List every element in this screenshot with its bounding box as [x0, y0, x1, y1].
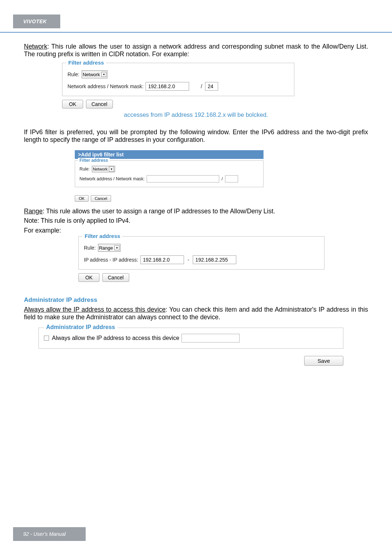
always-allow-label: Always allow the IP address to access th… [52, 335, 179, 341]
rule-label: Rule: [68, 71, 79, 77]
ok-button-1[interactable]: OK [62, 100, 83, 108]
range-for-example: For example: [24, 227, 368, 234]
ok-button-ipv6[interactable]: OK [75, 195, 89, 202]
network-underline: Network [24, 43, 47, 50]
network-address-label: Network address / Network mask: [68, 83, 143, 89]
admin-ip-input[interactable] [181, 334, 240, 342]
rule-select-range[interactable]: Range ▾ [98, 244, 121, 252]
page-footer: 92 - User's Manual [23, 531, 66, 537]
chevron-down-icon: ▾ [109, 167, 114, 172]
admin-underline: Always allow the IP address to access th… [24, 306, 166, 313]
ip-range-label: IP address - IP address: [84, 257, 138, 263]
admin-ip-fieldset: Administrator IP address Always allow th… [38, 328, 343, 349]
dash-label: - [188, 257, 189, 263]
chevron-down-icon: ▾ [114, 245, 119, 250]
range-underline: Range [24, 208, 43, 215]
filter-legend-1: Filter address [66, 59, 106, 66]
ipv6-rule-label: Rule: [79, 167, 90, 172]
ipv6-fieldset: Filter address Rule: Network ▾ Network a… [75, 160, 264, 187]
cancel-button-ipv6[interactable]: Cancel [91, 195, 111, 202]
chevron-down-icon: ▾ [101, 72, 106, 77]
network-mask-input[interactable] [205, 82, 218, 91]
rule-select-network[interactable]: Network ▾ [82, 70, 108, 78]
ipv6-description: If IPv6 filter is preferred, you will be… [24, 128, 368, 143]
brand-logo: VIVOTEK [23, 19, 47, 24]
ipv6-addr-label: Network address / Network mask: [79, 176, 144, 181]
filter-legend-2: Filter address [82, 233, 122, 239]
admin-ip-heading: Administrator IP address [24, 296, 368, 304]
ipv6-address-input[interactable] [147, 175, 219, 182]
always-allow-checkbox[interactable] [44, 336, 49, 341]
ipv6-legend: Filter address [78, 158, 110, 163]
slash-label: / [201, 83, 202, 89]
ip-start-input[interactable] [140, 255, 184, 264]
range-description: Range: This rule allows the user to assi… [24, 208, 368, 215]
cancel-button-1[interactable]: Cancel [86, 100, 113, 108]
cancel-button-2[interactable]: Cancel [102, 273, 129, 282]
filter-address-fieldset-2: Filter address Rule: Range ▾ IP address … [78, 236, 324, 270]
admin-ip-description: Always allow the IP address to access th… [24, 306, 368, 321]
filter-address-fieldset-1: Filter address Rule: Network ▾ Network a… [62, 63, 294, 96]
rule-label-2: Rule: [84, 245, 96, 251]
ipv6-prefix-input[interactable] [225, 175, 238, 182]
ok-button-2[interactable]: OK [78, 273, 99, 282]
caption-blocked: accesses from IP address 192.168.2.x wil… [24, 111, 368, 118]
ipv6-rule-select[interactable]: Network ▾ [92, 166, 115, 172]
ip-end-input[interactable] [193, 255, 236, 264]
network-address-input[interactable] [146, 82, 189, 91]
save-button[interactable]: Save [304, 356, 343, 366]
network-description: Network: This rule allows the user to as… [24, 43, 368, 58]
ipv6-slash: / [221, 176, 222, 181]
range-note: Note: This rule is only applied to IPv4. [24, 217, 368, 225]
admin-legend: Administrator IP address [44, 324, 117, 331]
